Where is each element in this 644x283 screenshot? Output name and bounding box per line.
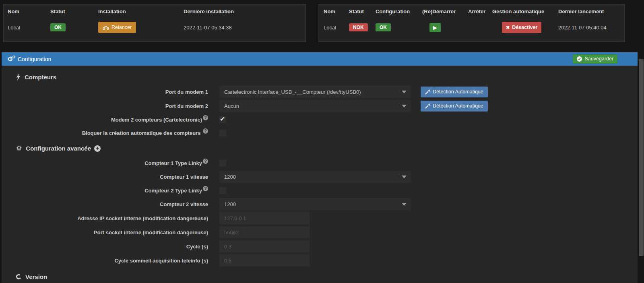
- field-label: Port socket interne (modification danger…: [2, 229, 208, 235]
- chevron-down-icon: [402, 105, 407, 107]
- panel-title: Configuration: [18, 56, 51, 62]
- save-button[interactable]: ✔ Sauvegarder: [573, 54, 617, 64]
- configuration-panel: ⚙⚙ Configuration ✔ Sauvegarder Compteurs…: [2, 52, 638, 283]
- port-modem-1-select[interactable]: Cartelectronic Interface_USB_-__Compteur…: [219, 86, 411, 98]
- magic-wand-icon: [425, 89, 430, 95]
- relaunch-button[interactable]: Relancer: [98, 22, 136, 33]
- form-row-port-modem-2: Port du modem 2 Aucun Détection Automati…: [2, 99, 638, 112]
- status-badge-nok: NOK: [349, 23, 368, 31]
- panel-header: ⚙⚙ Configuration ✔ Sauvegarder: [2, 52, 638, 66]
- col-header-nom: Nom: [324, 8, 349, 14]
- chevron-down-icon: [402, 203, 407, 206]
- table-header-row: Nom Statut Configuration (Re)Démarrer Ar…: [318, 4, 624, 18]
- col-header-configuration: Configuration: [376, 8, 422, 14]
- field-label: Compteur 2 vitesse: [2, 201, 208, 207]
- section-avancee: ⚙ Configuration avancée +: [16, 145, 638, 152]
- restart-daemon-button[interactable]: ▶: [429, 23, 441, 32]
- form-row-port-modem-1: Port du modem 1 Cartelectronic Interface…: [2, 85, 638, 98]
- chevron-down-icon: [402, 176, 407, 178]
- compteur-2-vitesse-select[interactable]: 1200: [219, 198, 411, 210]
- field-label: Compteur 2 Type Linky?: [2, 188, 208, 194]
- lightning-bolt-icon: [16, 74, 21, 81]
- motorcycle-icon: [103, 25, 109, 30]
- select-value: 1200: [224, 174, 236, 180]
- table-header-row: Nom Statut Installation Dernière install…: [4, 4, 305, 18]
- table-row: Local NOK OK ▶ ✖ Désactiver 2022-11-07 0…: [318, 18, 624, 37]
- detect-modem-1-button[interactable]: Détection Automatique: [421, 87, 488, 97]
- cell-derniere-installation: 2022-11-07 05:34:38: [184, 25, 305, 31]
- form-row-ip-socket: Adresse IP socket interne (modification …: [2, 212, 638, 225]
- field-label-text: Compteur 1 Type Linky: [144, 160, 202, 166]
- moon-icon: [16, 274, 22, 280]
- compteur-2-linky-checkbox[interactable]: [219, 187, 226, 194]
- select-value: Aucun: [224, 103, 239, 109]
- col-header-gestion-automatique: Gestion automatique: [492, 8, 558, 14]
- help-icon[interactable]: ?: [203, 128, 208, 134]
- disable-auto-management-button[interactable]: ✖ Désactiver: [502, 22, 541, 33]
- save-button-label: Sauvegarder: [584, 56, 613, 62]
- detect-button-label: Détection Automatique: [433, 89, 483, 95]
- magic-wand-icon: [425, 103, 430, 109]
- port-socket-input[interactable]: [219, 226, 310, 238]
- form-row-modem2-compteurs: Modem 2 compteurs (Cartelectronic)?: [2, 114, 638, 126]
- status-badge-ok: OK: [50, 23, 66, 31]
- cycle-sommeil-input[interactable]: [219, 254, 310, 266]
- select-value: Cartelectronic Interface_USB_-__Compteur…: [224, 89, 361, 95]
- ip-socket-input[interactable]: [219, 212, 310, 224]
- field-label: Modem 2 compteurs (Cartelectronic)?: [2, 117, 208, 123]
- help-icon[interactable]: ?: [203, 115, 208, 120]
- field-label: Cycle (s): [2, 244, 208, 250]
- compteur-1-vitesse-select[interactable]: 1200: [219, 171, 411, 183]
- table-row: Local OK Relancer 2022-11-07 05:34:38: [4, 18, 305, 37]
- field-label: Compteur 1 vitesse: [2, 174, 208, 180]
- col-header-derniere-installation: Dernière installation: [184, 8, 305, 14]
- field-label-text: Modem 2 compteurs (Cartelectronic): [111, 117, 202, 123]
- col-header-redemarrer: (Re)Démarrer: [422, 8, 468, 14]
- col-header-installation: Installation: [98, 8, 184, 14]
- form-row-c2-linky: Compteur 2 Type Linky?: [2, 184, 638, 196]
- cell-nom: Local: [8, 25, 50, 31]
- cogs-icon: ⚙⚙: [7, 56, 16, 63]
- field-label: Compteur 1 Type Linky?: [2, 160, 208, 166]
- gear-icon: ⚙: [16, 145, 22, 152]
- bloquer-creation-checkbox[interactable]: [219, 130, 226, 136]
- field-label-text: Compteur 2 Type Linky: [144, 188, 202, 194]
- daemon-status-table: Nom Statut Configuration (Re)Démarrer Ar…: [318, 4, 625, 42]
- field-label: Port du modem 2: [2, 103, 208, 109]
- col-header-statut: Statut: [349, 8, 376, 14]
- play-icon: ▶: [433, 25, 437, 30]
- cell-dernier-lancement: 2022-11-07 05:40:04: [558, 25, 624, 31]
- form-row-c2-vitesse: Compteur 2 vitesse 1200: [2, 198, 638, 211]
- cycle-input[interactable]: [219, 240, 310, 252]
- help-icon[interactable]: ?: [203, 186, 208, 191]
- installation-status-table: Nom Statut Installation Dernière install…: [3, 4, 306, 42]
- section-version: Version: [16, 273, 638, 280]
- form-row-cycle-sommeil: Cycle sommeil acquisition teleinfo (s): [2, 254, 638, 267]
- col-header-arreter: Arrêter: [468, 8, 492, 14]
- check-circle-icon: ✔: [577, 56, 582, 62]
- form-row-c1-linky: Compteur 1 Type Linky?: [2, 157, 638, 169]
- modem2-compteurs-checkbox[interactable]: [219, 116, 226, 123]
- field-label: Port du modem 1: [2, 89, 208, 95]
- section-compteurs-title: Compteurs: [25, 74, 56, 81]
- field-label: Cycle sommeil acquisition teleinfo (s): [2, 258, 208, 264]
- port-modem-2-select[interactable]: Aucun: [219, 100, 411, 112]
- plus-circle-icon[interactable]: +: [94, 145, 101, 152]
- select-value: 1200: [224, 201, 236, 207]
- help-icon[interactable]: ?: [203, 159, 208, 164]
- vertical-scrollbar-thumb[interactable]: [639, 59, 644, 256]
- form-row-bloquer-creation: Bloquer la création automatique des comp…: [2, 127, 638, 139]
- config-badge-ok: OK: [376, 23, 391, 31]
- col-header-nom: Nom: [8, 8, 50, 14]
- section-compteurs: Compteurs: [16, 74, 638, 81]
- compteur-1-linky-checkbox[interactable]: [219, 160, 226, 167]
- relaunch-button-label: Relancer: [111, 25, 132, 30]
- form-row-port-socket: Port socket interne (modification danger…: [2, 226, 638, 239]
- section-avancee-title: Configuration avancée: [26, 145, 91, 152]
- field-label-text: Bloquer la création automatique des comp…: [82, 130, 201, 136]
- detect-modem-2-button[interactable]: Détection Automatique: [421, 101, 488, 112]
- field-label: Adresse IP socket interne (modification …: [2, 215, 208, 221]
- cell-nom: Local: [324, 25, 349, 31]
- chevron-down-icon: [402, 91, 407, 93]
- detect-button-label: Détection Automatique: [433, 103, 483, 109]
